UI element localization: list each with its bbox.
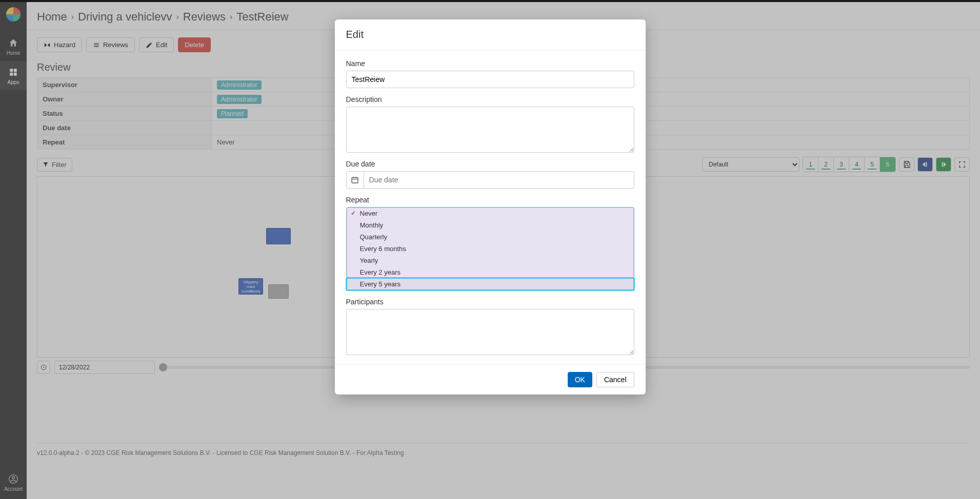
edit-modal: Edit Name Description Due date Repeat	[335, 19, 646, 394]
modal-footer: OK Cancel	[335, 364, 646, 394]
repeat-option-2years[interactable]: Every 2 years	[347, 266, 634, 278]
calendar-icon	[351, 176, 359, 184]
svg-rect-4	[352, 177, 358, 183]
name-label: Name	[346, 59, 634, 68]
modal-overlay[interactable]: Edit Name Description Due date Repeat	[0, 2, 980, 499]
repeat-option-6months[interactable]: Every 6 months	[347, 243, 634, 255]
repeat-select-wrap: Never Monthly Quarterly Every 6 months Y…	[346, 207, 634, 290]
modal-title: Edit	[335, 19, 646, 50]
name-input[interactable]	[346, 71, 634, 88]
duedate-label: Due date	[346, 160, 634, 168]
repeat-select-dropdown[interactable]: Never Monthly Quarterly Every 6 months Y…	[346, 207, 634, 290]
description-label: Description	[346, 95, 634, 103]
participants-textarea[interactable]	[346, 309, 634, 355]
participants-label: Participants	[346, 298, 634, 306]
modal-body: Name Description Due date Repeat Neve	[335, 50, 646, 364]
cancel-button[interactable]: Cancel	[596, 372, 634, 387]
ok-button[interactable]: OK	[568, 372, 592, 387]
repeat-label: Repeat	[346, 196, 634, 204]
duedate-row	[346, 171, 634, 189]
calendar-button[interactable]	[346, 171, 364, 189]
repeat-option-monthly[interactable]: Monthly	[347, 219, 634, 231]
repeat-option-quarterly[interactable]: Quarterly	[347, 231, 634, 243]
repeat-option-never[interactable]: Never	[347, 207, 634, 219]
repeat-option-yearly[interactable]: Yearly	[347, 255, 634, 266]
repeat-option-5years[interactable]: Every 5 years	[347, 278, 634, 290]
description-textarea[interactable]	[346, 107, 634, 153]
repeat-options-list: Never Monthly Quarterly Every 6 months Y…	[347, 207, 634, 290]
duedate-input[interactable]	[364, 171, 634, 189]
